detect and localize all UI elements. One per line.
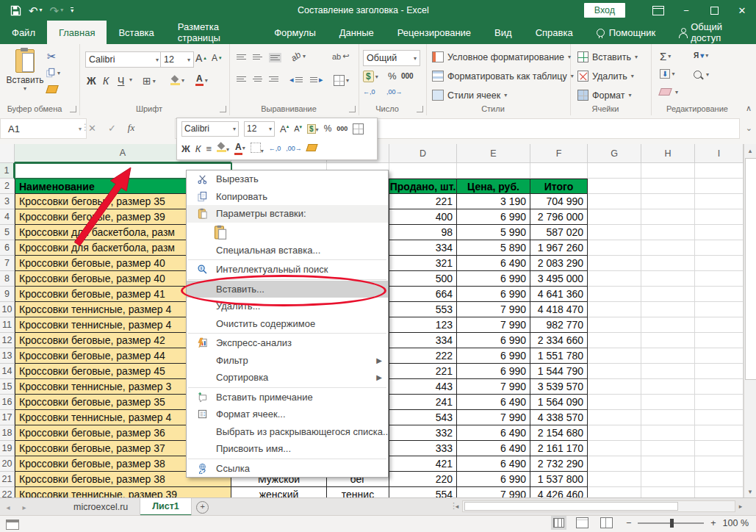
tab-Помощник[interactable]: Помощник bbox=[585, 21, 668, 44]
cell-G18[interactable] bbox=[588, 425, 641, 441]
cell-H15[interactable] bbox=[641, 379, 695, 395]
cell-I12[interactable] bbox=[695, 333, 744, 348]
cell-E19[interactable]: 6 490 bbox=[457, 441, 530, 456]
sheet-tab-microexcel[interactable]: microexcel.ru bbox=[62, 498, 140, 516]
cell-E9[interactable]: 6 990 bbox=[457, 287, 530, 302]
cell-I7[interactable] bbox=[695, 256, 744, 271]
cell-E15[interactable]: 7 990 bbox=[457, 379, 530, 395]
align-middle-button[interactable] bbox=[253, 53, 262, 61]
scroll-left-icon[interactable]: ◂ bbox=[452, 503, 462, 510]
cell-F1[interactable] bbox=[530, 163, 588, 179]
row-header-16[interactable]: 16 bbox=[0, 395, 15, 410]
collapse-ribbon-button[interactable]: ∧ bbox=[746, 104, 752, 113]
cell-H6[interactable] bbox=[641, 240, 695, 256]
grow-font-button[interactable]: А▴ bbox=[195, 52, 206, 64]
cell-D10[interactable]: 553 bbox=[389, 302, 457, 317]
mini-font-dropdown-icon[interactable]: ▾ bbox=[233, 126, 236, 132]
insert-function-icon[interactable]: fx bbox=[128, 122, 134, 134]
cell-styles-button[interactable]: Стили ячеек▾ bbox=[432, 90, 507, 101]
cell-H18[interactable] bbox=[641, 425, 695, 441]
cell-D12[interactable]: 334 bbox=[389, 333, 457, 348]
accounting-format-button[interactable]: $▾ bbox=[363, 71, 378, 82]
fill-dropdown-icon[interactable]: ▾ bbox=[672, 71, 674, 77]
cell-F3[interactable]: 704 990 bbox=[530, 194, 588, 209]
column-header-F[interactable]: F bbox=[530, 144, 588, 163]
mini-merge-icon[interactable] bbox=[353, 123, 364, 134]
underline-button[interactable]: Ч bbox=[118, 75, 124, 87]
clear-button[interactable]: ▾ bbox=[660, 88, 678, 96]
mini-decrease-decimal-button[interactable]: ,00→ bbox=[286, 145, 302, 152]
format-as-table-button[interactable]: Форматировать как таблицу▾ bbox=[432, 71, 574, 82]
cell-H8[interactable] bbox=[641, 271, 695, 287]
cell-F17[interactable]: 4 338 570 bbox=[530, 410, 588, 425]
cell-E1[interactable] bbox=[457, 163, 530, 179]
row-header-18[interactable]: 18 bbox=[0, 425, 15, 441]
cell-E7[interactable]: 6 490 bbox=[457, 256, 530, 271]
cell-A22[interactable]: Кроссовки теннисные, размер 39 bbox=[15, 487, 231, 497]
cell-D7[interactable]: 321 bbox=[389, 256, 457, 271]
autosum-dropdown-icon[interactable]: ▾ bbox=[668, 53, 671, 60]
cell-F14[interactable]: 1 544 790 bbox=[530, 364, 588, 379]
paste-dropdown-icon[interactable]: ▾ bbox=[6, 85, 44, 92]
menu-item-экспресс-анализ[interactable]: Экспресс-анализ bbox=[187, 334, 388, 352]
column-header-H[interactable]: H bbox=[641, 144, 695, 163]
clear-dropdown-icon[interactable]: ▾ bbox=[675, 89, 678, 96]
percent-style-button[interactable]: % bbox=[388, 71, 397, 82]
cell-C22[interactable]: теннис bbox=[327, 487, 389, 497]
cell-I2[interactable] bbox=[695, 179, 744, 194]
mini-increase-decimal-button[interactable]: ←,0 bbox=[269, 145, 281, 152]
cell-I22[interactable] bbox=[695, 487, 744, 497]
zoom-in-icon[interactable]: + bbox=[710, 518, 716, 528]
enter-formula-icon[interactable]: ✓ bbox=[108, 123, 116, 134]
menu-item-удалить-[interactable]: Удалить... bbox=[187, 298, 388, 315]
row-header-17[interactable]: 17 bbox=[0, 410, 15, 425]
cell-E20[interactable]: 6 490 bbox=[457, 456, 530, 472]
cell-G17[interactable] bbox=[588, 410, 641, 425]
menu-item-вставить-примечание[interactable]: Вставить примечание bbox=[187, 389, 388, 406]
cell-E22[interactable]: 7 990 bbox=[457, 487, 530, 497]
row-header-8[interactable]: 8 bbox=[0, 271, 15, 287]
cell-E5[interactable]: 5 990 bbox=[457, 225, 530, 240]
tab-Формулы[interactable]: Формулы bbox=[262, 21, 328, 44]
cell-F19[interactable]: 2 161 170 bbox=[530, 441, 588, 456]
cell-G22[interactable] bbox=[588, 487, 641, 497]
cell-F16[interactable]: 1 564 090 bbox=[530, 395, 588, 410]
column-header-I[interactable]: I bbox=[695, 144, 744, 163]
cell-I11[interactable] bbox=[695, 317, 744, 333]
format-cells-button[interactable]: Формат▾ bbox=[577, 90, 631, 101]
cell-D16[interactable]: 241 bbox=[389, 395, 457, 410]
cell-D11[interactable]: 123 bbox=[389, 317, 457, 333]
conditional-formatting-button[interactable]: Условное форматирование▾ bbox=[432, 51, 571, 62]
mini-shrink-font-button[interactable]: А▾ bbox=[294, 124, 302, 133]
cell-F4[interactable]: 2 796 000 bbox=[530, 209, 588, 225]
decrease-indent-button[interactable]: ◂ bbox=[289, 75, 303, 85]
row-header-11[interactable]: 11 bbox=[0, 317, 15, 333]
cell-G14[interactable] bbox=[588, 364, 641, 379]
row-header-5[interactable]: 5 bbox=[0, 225, 15, 240]
cell-F2[interactable]: Итого bbox=[530, 179, 588, 194]
cell-H7[interactable] bbox=[641, 256, 695, 271]
font-color-dropdown-icon[interactable]: ▾ bbox=[205, 77, 208, 84]
row-header-19[interactable]: 19 bbox=[0, 441, 15, 456]
mini-comma-button[interactable]: 000 bbox=[336, 125, 348, 132]
zoom-level[interactable]: 100 % bbox=[723, 518, 749, 528]
cell-I9[interactable] bbox=[695, 287, 744, 302]
cell-E16[interactable]: 6 490 bbox=[457, 395, 530, 410]
cell-F12[interactable]: 2 334 660 bbox=[530, 333, 588, 348]
cell-I5[interactable] bbox=[695, 225, 744, 240]
mini-font-size-combo[interactable]: 12▾ bbox=[244, 121, 275, 137]
cell-G8[interactable] bbox=[588, 271, 641, 287]
cell-H20[interactable] bbox=[641, 456, 695, 472]
row-header-3[interactable]: 3 bbox=[0, 194, 15, 209]
save-icon[interactable] bbox=[10, 5, 21, 16]
cell-D22[interactable]: 554 bbox=[389, 487, 457, 497]
mini-italic-button[interactable]: К bbox=[195, 143, 201, 154]
cell-E11[interactable]: 7 990 bbox=[457, 317, 530, 333]
cancel-formula-icon[interactable]: ✕ bbox=[88, 123, 96, 134]
cell-G6[interactable] bbox=[588, 240, 641, 256]
cell-I8[interactable] bbox=[695, 271, 744, 287]
align-top-button[interactable] bbox=[237, 53, 246, 61]
cell-I16[interactable] bbox=[695, 395, 744, 410]
column-header-D[interactable]: D bbox=[389, 144, 457, 163]
cell-D13[interactable]: 222 bbox=[389, 348, 457, 364]
